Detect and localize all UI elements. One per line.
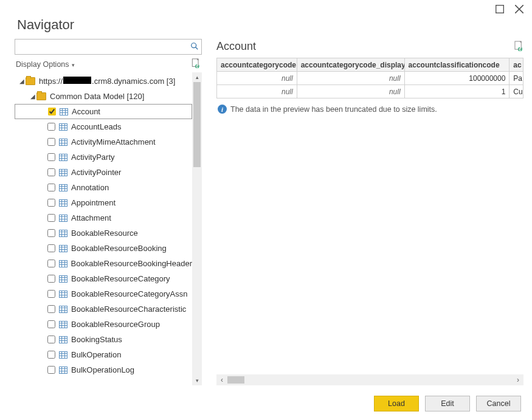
tree-item[interactable]: BookingStatus [15, 332, 192, 347]
search-input[interactable] [18, 43, 190, 52]
scroll-up-icon[interactable]: ▴ [192, 72, 202, 82]
collapse-icon[interactable]: ◢ [18, 78, 26, 84]
refresh-preview-icon[interactable] [514, 41, 523, 53]
tree-item[interactable]: BulkOperationLog [15, 362, 192, 377]
scroll-left-icon[interactable]: ‹ [216, 376, 227, 384]
tree-item-label: BookingStatus [71, 335, 122, 344]
table-icon [59, 139, 67, 146]
table-row[interactable]: null null 1 Cu [217, 85, 523, 98]
tree-item[interactable]: Account [15, 104, 192, 119]
svg-rect-56 [59, 260, 67, 267]
tree-item[interactable]: ActivityMimeAttachment [15, 134, 192, 150]
page-title: Navigator [0, 13, 532, 39]
tree-item-checkbox[interactable] [47, 305, 55, 313]
col-header[interactable]: ac [510, 58, 523, 72]
preview-hscroll[interactable]: ‹ › [216, 374, 523, 385]
tree-item-checkbox[interactable] [47, 153, 55, 161]
col-header[interactable]: accountcategorycode_display [297, 58, 404, 72]
tree-item-checkbox[interactable] [47, 244, 55, 252]
svg-rect-91 [60, 367, 67, 373]
svg-rect-6 [60, 108, 68, 115]
tree-item-checkbox[interactable] [47, 290, 55, 298]
preview-title: Account [216, 40, 256, 53]
col-header[interactable]: accountclassificationcode [404, 58, 510, 72]
svg-rect-66 [60, 291, 67, 297]
tree-item-checkbox[interactable] [47, 275, 55, 283]
tree-item-checkbox[interactable] [47, 123, 55, 131]
tree-item-checkbox[interactable] [47, 336, 55, 343]
search-box[interactable] [15, 39, 202, 55]
cancel-button[interactable]: Cancel [476, 396, 521, 411]
tree-item-checkbox[interactable] [48, 108, 56, 115]
tree-item[interactable]: BookableResourceCharacteristic [15, 301, 192, 317]
tree-item[interactable]: BookableResourceBooking [15, 241, 192, 256]
tree-item[interactable]: BookableResource [15, 225, 192, 241]
tree-item-checkbox[interactable] [47, 229, 55, 237]
tree-item-checkbox[interactable] [47, 184, 55, 191]
load-button[interactable]: Load [374, 396, 419, 411]
edit-button[interactable]: Edit [425, 396, 470, 411]
tree-item-label: BookableResourceBooking [71, 244, 167, 253]
svg-rect-76 [60, 321, 67, 328]
svg-point-3 [192, 43, 196, 47]
refresh-page-icon[interactable] [192, 58, 201, 70]
search-icon[interactable] [190, 42, 199, 52]
table-icon [59, 321, 67, 328]
table-icon [59, 291, 67, 298]
svg-rect-71 [60, 306, 67, 312]
svg-rect-21 [60, 154, 67, 160]
table-icon [59, 245, 67, 252]
svg-line-4 [196, 47, 198, 49]
tree-item[interactable]: BookableResourceBookingHeader [15, 256, 192, 271]
tree-item[interactable]: BookableResourceGroup [15, 317, 192, 332]
tree-item[interactable]: Attachment [15, 210, 192, 225]
scroll-thumb[interactable] [227, 376, 244, 384]
tree-item[interactable]: Annotation [15, 180, 192, 195]
tree-item-checkbox[interactable] [47, 366, 55, 374]
scroll-right-icon[interactable]: › [513, 376, 523, 384]
tree-item-checkbox[interactable] [47, 260, 55, 267]
tree-root[interactable]: ◢ https://.crm8.dynamics.com [3] [15, 74, 192, 89]
tree-item-checkbox[interactable] [47, 214, 55, 222]
col-header[interactable]: accountcategorycode [217, 58, 297, 72]
table-icon [59, 230, 67, 237]
table-icon [59, 199, 67, 207]
svg-rect-26 [60, 169, 67, 176]
scroll-down-icon[interactable]: ▾ [192, 376, 202, 385]
tree-item[interactable]: AccountLeads [15, 119, 192, 134]
table-icon [59, 123, 67, 131]
tree-item[interactable]: BookableResourceCategory [15, 271, 192, 286]
svg-rect-51 [60, 245, 67, 252]
tree-item-label: Appointment [71, 198, 116, 207]
folder-icon [26, 77, 35, 85]
tree-item-label: BulkOperation [71, 350, 121, 359]
preview-table: accountcategorycode accountcategorycode_… [216, 58, 523, 98]
tree-item-checkbox[interactable] [47, 320, 55, 328]
tree-item-checkbox[interactable] [47, 351, 55, 359]
tree-scrollbar[interactable]: ▴ ▾ [192, 72, 202, 385]
tree-item[interactable]: BookableResourceCategoryAssn [15, 286, 192, 301]
svg-rect-16 [60, 139, 67, 145]
svg-rect-41 [60, 215, 67, 221]
tree-item-label: ActivityPointer [71, 168, 121, 177]
tree-item-checkbox[interactable] [47, 168, 55, 176]
svg-rect-31 [60, 184, 67, 191]
folder-icon [36, 92, 46, 100]
table-icon [59, 154, 67, 161]
close-icon[interactable] [515, 5, 523, 13]
tree-item-checkbox[interactable] [47, 199, 55, 207]
tree-item-label: BookableResourceCategory [71, 274, 170, 283]
tree-item[interactable]: BulkOperation [15, 347, 192, 362]
collapse-icon[interactable]: ◢ [29, 93, 36, 100]
scroll-thumb[interactable] [193, 82, 201, 167]
display-options-dropdown[interactable]: Display Options▾ [16, 60, 75, 69]
tree-item[interactable]: Appointment [15, 195, 192, 210]
tree-item-label: BookableResource [71, 229, 138, 238]
tree-item[interactable]: ActivityPointer [15, 165, 192, 180]
tree-group[interactable]: ◢ Common Data Model [120] [15, 89, 192, 104]
table-row[interactable]: null null 100000000 Pa [217, 72, 523, 85]
tree-item[interactable]: ActivityParty [15, 150, 192, 165]
tree-item-checkbox[interactable] [47, 138, 55, 146]
maximize-icon[interactable] [496, 5, 504, 13]
svg-rect-61 [60, 275, 67, 282]
